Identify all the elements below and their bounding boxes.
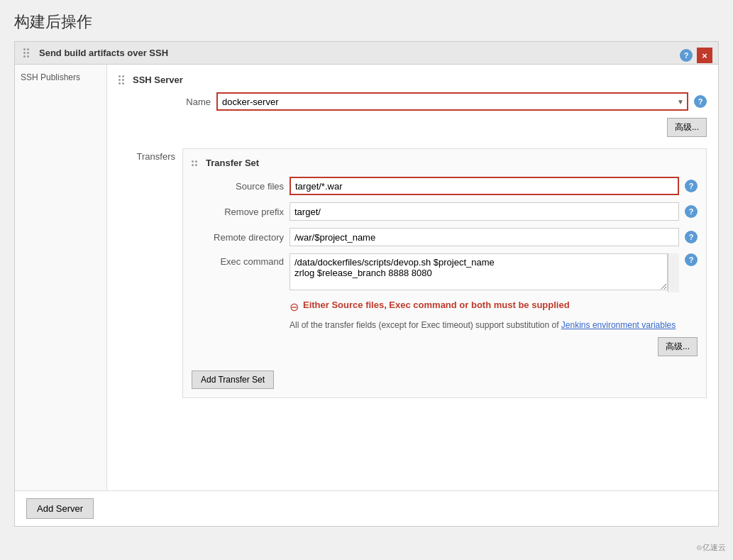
remote-directory-label: Remote directory: [192, 232, 284, 243]
remove-prefix-row: Remove prefix ?: [192, 202, 698, 221]
exec-command-input[interactable]: [290, 253, 668, 290]
exec-command-row: Exec command ?: [192, 253, 698, 292]
section-header: Send build artifacts over SSH × ?: [15, 42, 718, 65]
advanced-row-transfers: 高级...: [192, 337, 698, 356]
content-area: SSH Publishers SSH Server Name: [15, 65, 718, 490]
grip-icon: [23, 48, 29, 57]
main-container: Send build artifacts over SSH × ? SSH Pu…: [14, 41, 719, 527]
remove-prefix-help-icon[interactable]: ?: [685, 205, 698, 218]
source-files-input[interactable]: [290, 177, 679, 195]
textarea-scrollbar[interactable]: [668, 253, 679, 292]
name-help-icon[interactable]: ?: [694, 95, 707, 108]
name-select-wrapper: docker-server ▼: [216, 92, 688, 111]
ssh-server-title: SSH Server: [133, 75, 183, 85]
exec-command-wrapper: [290, 253, 679, 292]
advanced-row-server: 高级...: [119, 118, 707, 137]
error-block: ⊖ Either Source files, Exec command or b…: [290, 300, 698, 314]
ssh-server-grip: [119, 75, 124, 84]
page-title: 构建后操作: [0, 0, 733, 41]
remote-directory-help-icon[interactable]: ?: [685, 231, 698, 243]
name-label: Name: [119, 97, 211, 107]
remove-prefix-input[interactable]: [290, 202, 679, 221]
transfers-label: Transfers: [119, 148, 175, 398]
advanced-transfers-button[interactable]: 高级...: [658, 337, 698, 356]
bottom-bar: Add Server: [15, 490, 718, 526]
source-files-row: Source files ?: [192, 177, 698, 195]
ssh-server-section: SSH Server Name docker-server ▼ ? 高级...: [119, 75, 707, 137]
info-text: All of the transfer fields (except for E…: [290, 320, 561, 330]
transfers-inner: Transfer Set Source files ? Remove prefi…: [182, 148, 707, 398]
source-files-help-icon[interactable]: ?: [685, 180, 698, 192]
transfer-set-title: Transfer Set: [206, 158, 259, 168]
left-sidebar: SSH Publishers: [15, 65, 107, 490]
watermark-text: ⊙亿速云: [696, 542, 726, 553]
close-button[interactable]: ×: [697, 48, 712, 63]
sidebar-label: SSH Publishers: [21, 72, 80, 82]
transfer-set-grip: [192, 160, 197, 166]
advanced-server-button[interactable]: 高级...: [667, 118, 707, 137]
transfers-outer: Transfers Transfer Set Source files: [119, 148, 707, 398]
remove-prefix-label: Remove prefix: [192, 207, 284, 217]
info-block: All of the transfer fields (except for E…: [290, 319, 698, 331]
source-files-label: Source files: [192, 181, 284, 192]
error-circle-icon: ⊖: [290, 300, 299, 314]
transfer-set-header: Transfer Set: [192, 158, 698, 168]
right-panel: SSH Server Name docker-server ▼ ? 高级...: [107, 65, 718, 490]
section-help-icon[interactable]: ?: [680, 49, 693, 62]
remote-directory-input[interactable]: [290, 228, 679, 246]
exec-command-help-icon[interactable]: ?: [685, 253, 698, 266]
add-transfer-set-button[interactable]: Add Transfer Set: [192, 370, 274, 389]
name-row: Name docker-server ▼ ?: [119, 92, 707, 111]
watermark: ⊙亿速云: [696, 542, 726, 553]
exec-command-label: Exec command: [192, 253, 284, 267]
remote-directory-row: Remote directory ?: [192, 228, 698, 246]
jenkins-env-link[interactable]: Jenkins environment variables: [561, 320, 676, 330]
error-message: Either Source files, Exec command or bot…: [303, 300, 570, 310]
ssh-server-header: SSH Server: [119, 75, 707, 85]
add-server-button[interactable]: Add Server: [26, 498, 94, 519]
server-name-select[interactable]: docker-server: [216, 92, 688, 111]
section-title: Send build artifacts over SSH: [39, 48, 168, 58]
